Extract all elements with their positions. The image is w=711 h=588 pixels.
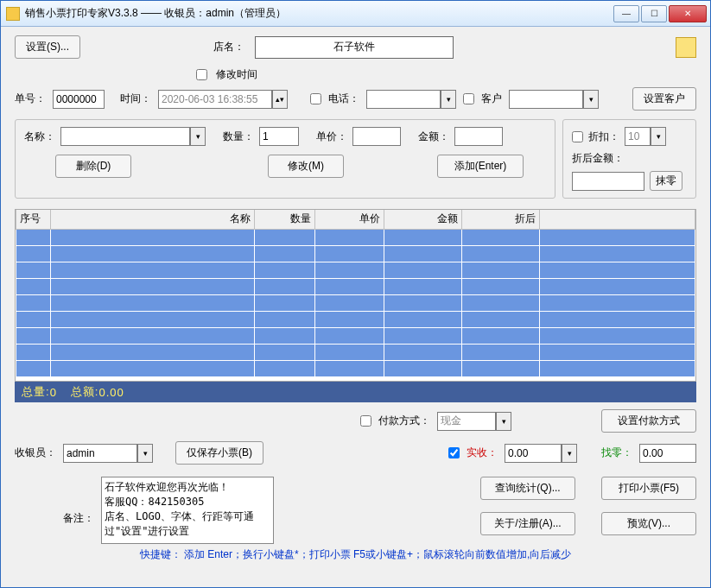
time-stepper-icon[interactable]: ▴▾ (272, 90, 288, 109)
about-register-button[interactable]: 关于/注册(A)... (480, 512, 575, 535)
chevron-down-icon: ▾ (651, 127, 666, 146)
table-row[interactable] (16, 311, 695, 327)
time-dropdown[interactable]: ▴▾ (158, 90, 288, 109)
time-label: 时间： (120, 92, 151, 106)
qty-input[interactable] (259, 127, 299, 146)
column-header[interactable]: 数量 (255, 210, 315, 229)
chevron-down-icon[interactable]: ▾ (583, 90, 599, 109)
table-row[interactable] (16, 245, 695, 262)
price-input[interactable] (352, 127, 401, 146)
actual-received-input[interactable] (505, 444, 562, 463)
change-input[interactable] (639, 444, 696, 463)
items-table[interactable]: 序号名称数量单价金额折后 (16, 210, 695, 377)
phone-label: 电话： (328, 92, 359, 106)
cashier-dropdown[interactable]: ▾ (63, 444, 153, 463)
cashier-label: 收银员： (15, 446, 56, 460)
table-row[interactable] (16, 294, 695, 311)
amount-input[interactable] (454, 127, 503, 146)
pay-method-checkbox[interactable] (360, 415, 371, 427)
save-only-button[interactable]: 仅保存小票(B) (175, 441, 263, 465)
shop-label: 店名： (213, 40, 244, 54)
add-button[interactable]: 添加(Enter) (437, 155, 524, 178)
round-button[interactable]: 抹零 (650, 171, 682, 191)
after-discount-input (572, 172, 644, 191)
column-header[interactable]: 名称 (51, 210, 255, 229)
time-input (158, 90, 272, 109)
table-row[interactable] (16, 327, 695, 344)
total-amount-value: 0.00 (98, 386, 124, 399)
client-area: 设置(S)... 店名： 石子软件 修改时间 单号： 时间： ▴▾ 电话： (1, 27, 710, 587)
column-header[interactable] (540, 210, 695, 229)
actual-received-dropdown[interactable]: ▾ (505, 444, 577, 463)
discount-label: 折扣： (588, 130, 619, 144)
column-header[interactable]: 折后 (462, 210, 540, 229)
phone-checkbox[interactable] (310, 93, 321, 104)
delete-button[interactable]: 删除(D) (55, 155, 131, 178)
discount-checkbox[interactable] (572, 131, 583, 142)
cashier-input[interactable] (63, 444, 137, 463)
settings-button[interactable]: 设置(S)... (15, 35, 80, 59)
actual-received-checkbox[interactable] (448, 447, 460, 458)
table-row[interactable] (16, 360, 695, 376)
app-window: 销售小票打印专家V3.3.8 —— 收银员：admin（管理员） — ☐ ✕ 设… (0, 0, 711, 588)
query-stats-button[interactable]: 查询统计(Q)... (480, 477, 575, 500)
qty-label: 数量： (223, 130, 254, 144)
window-buttons: — ☐ ✕ (613, 5, 707, 22)
price-label: 单价： (316, 130, 347, 144)
modify-button[interactable]: 修改(M) (268, 155, 344, 178)
customer-checkbox[interactable] (463, 93, 474, 104)
phone-input[interactable] (366, 90, 441, 109)
close-button[interactable]: ✕ (669, 5, 707, 22)
edit-time-row: 修改时间 (15, 67, 696, 82)
billno-label: 单号： (15, 92, 46, 106)
chevron-down-icon[interactable]: ▾ (562, 444, 577, 463)
preview-button[interactable]: 预览(V)... (601, 512, 696, 535)
maximize-button[interactable]: ☐ (641, 5, 667, 22)
total-qty-value: 0 (50, 386, 57, 399)
column-header[interactable]: 金额 (384, 210, 462, 229)
edit-time-checkbox[interactable] (196, 69, 207, 80)
chevron-down-icon[interactable]: ▾ (190, 127, 206, 146)
customer-dropdown[interactable]: ▾ (509, 90, 599, 109)
notepad-icon[interactable] (676, 37, 696, 58)
minimize-button[interactable]: — (613, 5, 639, 22)
actual-received-label: 实收： (467, 446, 498, 460)
table-row[interactable] (16, 262, 695, 278)
phone-dropdown[interactable]: ▾ (366, 90, 456, 109)
chevron-down-icon[interactable]: ▾ (441, 90, 456, 109)
notes-textarea[interactable] (101, 477, 274, 544)
shop-name-display: 石子软件 (255, 36, 454, 59)
chevron-down-icon[interactable]: ▾ (137, 444, 153, 463)
column-header[interactable]: 序号 (16, 210, 51, 229)
print-button[interactable]: 打印小票(F5) (601, 477, 696, 500)
notes-area: 备注： 查询统计(Q)... 关于/注册(A)... 打印小票(F5) 预览(V… (15, 477, 696, 544)
item-panel: 名称： ▾ 数量： 单价： 金额： 删除(D) 修改(M) (15, 119, 555, 199)
shop-name-text: 石子软件 (333, 40, 375, 54)
app-icon (6, 7, 20, 21)
item-name-input[interactable] (60, 127, 190, 146)
set-customer-button[interactable]: 设置客户 (632, 87, 696, 111)
table-row[interactable] (16, 278, 695, 294)
discount-input (625, 127, 651, 146)
item-name-label: 名称： (24, 130, 55, 144)
billno-input[interactable] (53, 90, 105, 109)
window-title: 销售小票打印专家V3.3.8 —— 收银员：admin（管理员） (25, 6, 613, 21)
table-row[interactable] (16, 344, 695, 360)
column-header[interactable]: 单价 (315, 210, 384, 229)
pay-method-input (437, 412, 496, 431)
change-label: 找零： (601, 446, 632, 460)
pay-method-dropdown: ▾ (437, 412, 511, 431)
shortcut-tips: 快捷键： 添加 Enter；换行小键盘*；打印小票 F5或小键盘+；鼠标滚轮向前… (15, 544, 696, 564)
customer-input[interactable] (509, 90, 583, 109)
set-pay-method-button[interactable]: 设置付款方式 (601, 409, 696, 433)
query-about-col: 查询统计(Q)... 关于/注册(A)... (480, 477, 575, 535)
chevron-down-icon: ▾ (496, 412, 511, 431)
items-table-wrap: 序号名称数量单价金额折后 (15, 209, 696, 382)
table-row[interactable] (16, 229, 695, 245)
total-qty-label: 总量: (22, 384, 50, 400)
pay-row: 付款方式： ▾ 设置付款方式 (15, 409, 696, 433)
print-preview-col: 打印小票(F5) 预览(V)... (601, 477, 696, 535)
notes-label: 备注： (63, 511, 94, 526)
item-name-dropdown[interactable]: ▾ (60, 127, 206, 146)
totals-bar: 总量: 0 总额: 0.00 (15, 382, 696, 402)
